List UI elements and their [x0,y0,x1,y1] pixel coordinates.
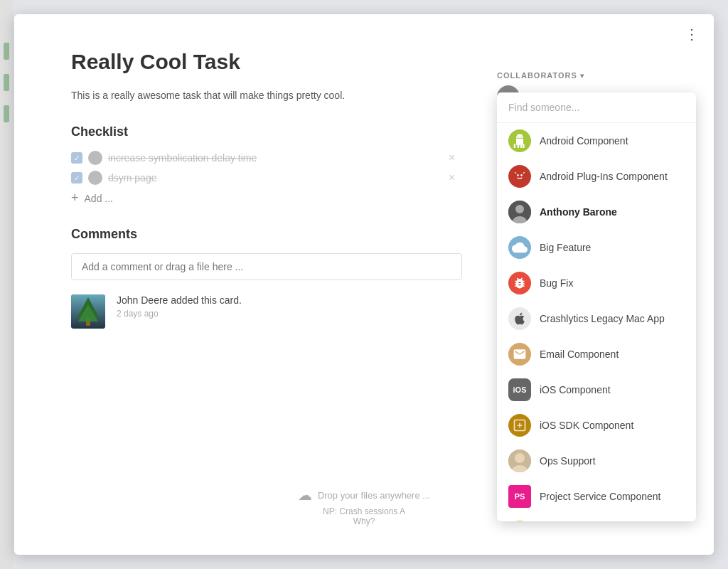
drop-files-area: ☁ Drop your files anywhere ... NP: Crash… [298,486,430,526]
main-content: Really Cool Task This is a really awesom… [14,14,498,357]
collaborator-label-ops: Ops Support [540,455,596,467]
cloud-icon: ☁ [298,486,312,504]
collaborator-label-crashlytics: Crashlytics Legacy Mac App [540,313,665,324]
checkbox-2[interactable] [71,172,82,184]
collaborator-label-project: Project Service Component [540,491,660,502]
collaborator-item-anthony[interactable]: Anthony Barone [497,194,696,230]
collaborator-label-ios: iOS Component [540,384,611,395]
comment-entry-1: John Deere added this card. 2 days ago [71,294,455,329]
collaborator-item-android[interactable]: Android Component [497,123,696,159]
collaborators-search-input[interactable] [508,102,685,113]
collaborator-icon-crashlytics [508,307,531,330]
checkbox-1[interactable] [71,152,82,164]
task-description: This is a really awesome task that will … [71,88,455,103]
collaborator-label-big-feature: Big Feature [540,242,591,253]
collaborator-label-email: Email Component [540,349,619,360]
checklist-item-2: dsym page × [71,171,455,185]
remove-item-2[interactable]: × [449,171,455,184]
collaborators-chevron[interactable]: ▾ [580,72,584,80]
collaborator-label-android-plugins: Android Plug-Ins Component [540,171,668,182]
task-title: Really Cool Task [71,50,455,74]
collaborator-icon-small-win: 🏆 [508,521,531,521]
collaborator-icon-ops [508,450,531,472]
collaborator-item-ios[interactable]: iOS iOS Component [497,372,696,408]
add-item-label: Add ... [85,193,113,204]
collaborator-icon-anthony [508,201,531,223]
collaborator-icon-email [508,343,531,366]
plus-icon: + [71,191,79,206]
collaborator-item-email[interactable]: Email Component [497,336,696,372]
card-panel: ⋮ Really Cool Task This is a really awes… [14,14,714,555]
bottom-note1: NP: Crash sessions A [298,506,430,516]
comment-time: 2 days ago [117,309,455,319]
left-edge [0,0,13,569]
collaborators-list: Android Component Android Plug-Ins Compo… [497,123,696,521]
collaborator-icon-ios-sdk [508,414,531,437]
collaborator-icon-android [508,129,531,152]
svg-line-6 [515,172,516,174]
collaborator-icon-bug-fix [508,272,531,294]
checklist-title: Checklist [71,124,455,139]
collaborator-label-anthony: Anthony Barone [540,206,617,218]
assignee-avatar-2 [88,171,102,185]
collaborator-item-android-plugins[interactable]: Android Plug-Ins Component [497,159,696,194]
collaborator-label-bug-fix: Bug Fix [540,277,573,289]
collaborator-icon-ios: iOS [508,378,531,401]
comment-input[interactable] [71,253,462,280]
svg-point-5 [520,174,523,176]
collaborators-header: COLLABORATORS ▾ [497,71,696,80]
collaborator-item-bug-fix[interactable]: Bug Fix [497,265,696,301]
collaborator-item-crashlytics[interactable]: Crashlytics Legacy Mac App [497,301,696,336]
remove-item-1[interactable]: × [449,151,455,164]
checklist-item-1: increase symbolication delay time × [71,151,455,165]
drop-files-text: Drop your files anywhere ... [318,490,430,501]
comment-author: John Deere added this card. [117,294,455,306]
svg-line-7 [523,172,525,174]
comments-title: Comments [71,227,455,242]
three-dots-menu[interactable]: ⋮ [685,26,700,43]
add-checklist-item[interactable]: + Add ... [71,191,455,206]
assignee-avatar-1 [88,151,102,165]
comments-section: Comments John Deere added this card. [71,227,455,329]
comment-avatar [71,294,105,329]
bottom-note2: Why? [298,516,430,526]
collaborator-item-big-feature[interactable]: Big Feature [497,230,696,265]
collaborators-label: COLLABORATORS [497,71,577,80]
collaborator-item-ios-sdk[interactable]: iOS SDK Component [497,408,696,443]
checklist-item-text-1: increase symbolication delay time [108,152,443,164]
collaborator-label-android: Android Component [540,135,628,147]
collaborator-label-ios-sdk: iOS SDK Component [540,420,633,431]
collaborator-icon-android-plugins [508,165,531,188]
comment-text: John Deere added this card. 2 days ago [117,294,455,319]
svg-point-4 [517,174,519,176]
collaborator-item-small-win[interactable]: 🏆 Small Win [497,514,696,521]
dropdown-search-container [497,92,696,123]
svg-point-9 [515,205,524,213]
collaborator-item-project[interactable]: PS Project Service Component [497,479,696,514]
checklist-item-text-2: dsym page [108,172,443,184]
collaborator-item-ops[interactable]: Ops Support [497,443,696,479]
collaborators-dropdown: Android Component Android Plug-Ins Compo… [497,92,696,521]
collaborator-icon-project: PS [508,485,531,508]
svg-point-13 [515,453,525,463]
collaborator-icon-big-feature [508,236,531,259]
